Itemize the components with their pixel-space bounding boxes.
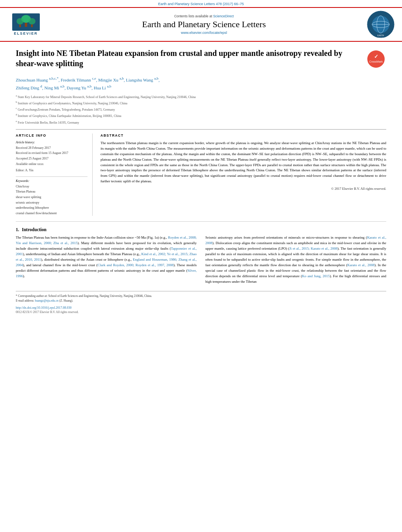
elsevier-tree-icon xyxy=(12,13,40,31)
journal-website[interactable]: www.elsevier.com/locate/epsl xyxy=(48,31,359,35)
elsevier-label: ELSEVIER xyxy=(14,32,38,35)
info-divider xyxy=(16,176,87,177)
affiliation-c: c GeoForschungsZentrum Potsdam, Telegraf… xyxy=(16,106,386,112)
author-2: Zhifeng Ding d, Ning Mi a,b, Dayong Yu a… xyxy=(16,85,111,90)
abstract-col: ABSTRACT The northeastern Tibetan platea… xyxy=(100,133,386,216)
intro-heading: 1. Introduction xyxy=(16,227,386,232)
authors-line: Zhouchuan Huang a,b,c,*, Frederik Tilman… xyxy=(16,76,386,92)
info-abstract-cols: ARTICLE INFO Article history: Received 2… xyxy=(16,129,386,216)
issn-line: 0012-821X/© 2017 Elsevier B.V. All right… xyxy=(16,310,386,314)
received-date: Received 28 February 2017 xyxy=(16,145,87,151)
svg-rect-4 xyxy=(25,23,27,27)
accepted-date: Accepted 25 August 2017 xyxy=(16,156,87,161)
abstract-label: ABSTRACT xyxy=(100,133,386,137)
body-col-right: Seismic anisotropy arises from preferred… xyxy=(205,235,386,284)
article-info-label: ARTICLE INFO xyxy=(16,133,87,137)
keyword-6: crustal channel flow/detachment xyxy=(16,211,87,216)
section-number: 1. xyxy=(16,227,19,232)
abstract-text: The northeastern Tibetan plateau margin … xyxy=(100,141,386,185)
section-title: Introduction xyxy=(22,227,47,232)
svg-text:CrossMark: CrossMark xyxy=(369,60,383,63)
keywords-label: Keywords: xyxy=(16,179,87,183)
footnote-email: E-mail address: huangz@nju.edu.cn (Z. Hu… xyxy=(16,298,386,303)
footnotes-area: * Corresponding author at: School of Ear… xyxy=(16,291,386,314)
email-label: E-mail address: xyxy=(16,299,34,302)
affiliation-e: e Freie Universität Berlin, Berlin 14195… xyxy=(16,119,386,125)
svg-text:✓: ✓ xyxy=(374,54,378,59)
editor-line: Editor: A. Yin xyxy=(16,168,87,173)
corresponding-author-text: * Corresponding author at: School of Ear… xyxy=(16,294,152,298)
footnote-corresponding: * Corresponding author at: School of Ear… xyxy=(16,294,386,298)
body-two-col: The Tibetan Plateau has been forming in … xyxy=(16,235,386,284)
issn-text: 0012-821X/© 2017 Elsevier B.V. All right… xyxy=(16,310,79,314)
article-title: Insight into NE Tibetan Plateau expansio… xyxy=(16,48,360,69)
keyword-4: seismic anisotropy xyxy=(16,200,87,206)
keyword-1: ChinArray xyxy=(16,184,87,189)
contents-text: Contents lists available at xyxy=(174,14,212,18)
doi-line: http://dx.doi.org/10.1016/j.epsl.2017.08… xyxy=(16,305,386,310)
keyword-5: underthrusting lithosphere xyxy=(16,205,87,211)
header-bar: ELSEVIER Contents lists available at Sci… xyxy=(0,7,402,42)
svg-rect-5 xyxy=(19,24,21,27)
article-info-col: ARTICLE INFO Article history: Received 2… xyxy=(16,133,93,216)
article-title-text: Insight into NE Tibetan Plateau expansio… xyxy=(16,48,367,72)
keywords-group: Keywords: ChinArray Tibetan Plateau shea… xyxy=(16,179,87,216)
body-col-left: The Tibetan Plateau has been forming in … xyxy=(16,235,197,284)
email-note: (Z. Huang). xyxy=(59,299,73,302)
journal-main-title: Earth and Planetary Science Letters xyxy=(48,19,359,30)
history-label: Article history: xyxy=(16,141,87,144)
crossmark-icon: ✓ CrossMark xyxy=(367,50,385,69)
affiliations: a State Key Laboratory for Mineral Depos… xyxy=(16,93,386,125)
journal-ref-text: Earth and Planetary Science Letters 478 … xyxy=(158,2,244,6)
affiliation-a: a State Key Laboratory for Mineral Depos… xyxy=(16,93,386,100)
contents-line: Contents lists available at ScienceDirec… xyxy=(48,14,359,18)
sciencedirect-link[interactable]: ScienceDirect xyxy=(213,14,234,18)
affiliation-d: d Institute of Geophysics, China Earthqu… xyxy=(16,112,386,119)
article-title-area: Insight into NE Tibetan Plateau expansio… xyxy=(16,48,386,72)
article-section: Insight into NE Tibetan Plateau expansio… xyxy=(0,42,402,219)
svg-text:EARTH: EARTH xyxy=(378,34,384,37)
copyright-line: © 2017 Elsevier B.V. All rights reserved… xyxy=(100,187,386,191)
svg-rect-6 xyxy=(31,24,33,27)
author-1: Zhouchuan Huang a,b,c,*, Frederik Tilman… xyxy=(16,78,160,82)
journal-logo-right: EARTH PLANETARY xyxy=(363,10,395,39)
affiliation-b: b Institute of Geophysics and Geodynamic… xyxy=(16,100,386,106)
email-address[interactable]: huangz@nju.edu.cn xyxy=(35,299,59,302)
header-journal-ref: Earth and Planetary Science Letters 478 … xyxy=(0,0,402,7)
intro-para-2: Seismic anisotropy arises from preferred… xyxy=(205,235,386,284)
svg-text:PLANETARY: PLANETARY xyxy=(376,37,385,39)
intro-para-1: The Tibetan Plateau has been forming in … xyxy=(16,235,197,279)
crossmark-badge: ✓ CrossMark xyxy=(367,50,386,69)
doi-text[interactable]: http://dx.doi.org/10.1016/j.epsl.2017.08… xyxy=(16,306,71,310)
keyword-2: Tibetan Plateau xyxy=(16,189,87,195)
keyword-3: shear-wave splitting xyxy=(16,195,87,200)
article-history-group: Article history: Received 28 February 20… xyxy=(16,141,87,173)
svg-point-3 xyxy=(28,18,35,24)
section-divider xyxy=(16,221,386,222)
main-body: 1. Introduction The Tibetan Plateau has … xyxy=(0,227,402,321)
revised-date: Received in revised form 15 August 2017 xyxy=(16,150,87,156)
elsevier-logo: ELSEVIER xyxy=(7,13,45,35)
available-online: Available online xxxx xyxy=(16,161,87,167)
svg-point-2 xyxy=(17,18,24,24)
journal-logo-icon: EARTH PLANETARY xyxy=(367,10,395,39)
journal-title-center: Contents lists available at ScienceDirec… xyxy=(45,14,363,35)
